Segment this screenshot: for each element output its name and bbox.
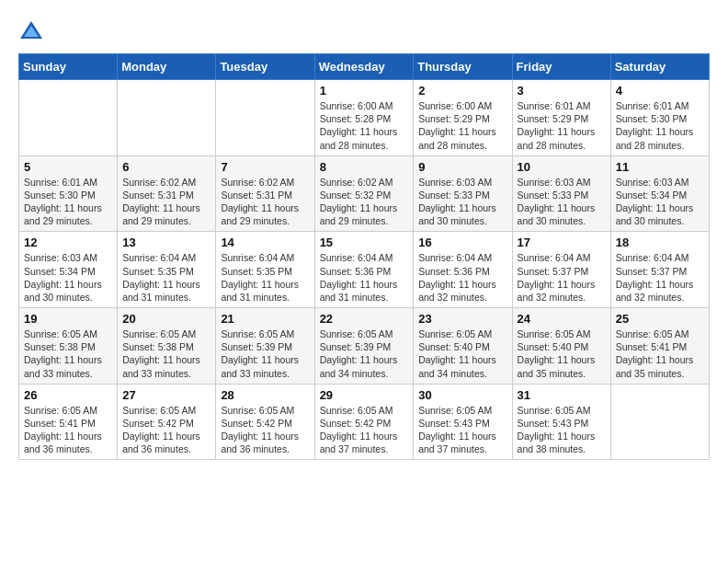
- day-number: 29: [320, 388, 409, 402]
- day-info: Sunrise: 6:05 AM Sunset: 5:41 PM Dayligh…: [24, 404, 112, 456]
- day-info: Sunrise: 6:02 AM Sunset: 5:31 PM Dayligh…: [221, 176, 309, 228]
- calendar-cell: [610, 384, 709, 460]
- calendar-cell: 9Sunrise: 6:03 AM Sunset: 5:33 PM Daylig…: [414, 155, 512, 232]
- week-row-1: 1Sunrise: 6:00 AM Sunset: 5:28 PM Daylig…: [19, 80, 710, 156]
- calendar-cell: 1Sunrise: 6:00 AM Sunset: 5:28 PM Daylig…: [314, 80, 414, 156]
- day-number: 4: [616, 84, 704, 98]
- calendar-cell: [216, 80, 314, 156]
- day-number: 28: [221, 388, 309, 402]
- week-row-5: 26Sunrise: 6:05 AM Sunset: 5:41 PM Dayli…: [19, 384, 710, 460]
- day-info: Sunrise: 6:05 AM Sunset: 5:40 PM Dayligh…: [418, 327, 506, 380]
- weekday-header-sunday: Sunday: [19, 54, 118, 80]
- day-info: Sunrise: 6:00 AM Sunset: 5:28 PM Dayligh…: [320, 99, 409, 152]
- day-info: Sunrise: 6:01 AM Sunset: 5:29 PM Dayligh…: [518, 99, 606, 152]
- day-info: Sunrise: 6:03 AM Sunset: 5:33 PM Dayligh…: [518, 176, 606, 228]
- calendar-cell: 23Sunrise: 6:05 AM Sunset: 5:40 PM Dayli…: [414, 308, 512, 385]
- day-number: 11: [616, 160, 704, 174]
- day-info: Sunrise: 6:05 AM Sunset: 5:40 PM Dayligh…: [518, 327, 606, 380]
- calendar-cell: 2Sunrise: 6:00 AM Sunset: 5:29 PM Daylig…: [414, 80, 512, 156]
- weekday-header-thursday: Thursday: [414, 54, 512, 80]
- day-info: Sunrise: 6:05 AM Sunset: 5:39 PM Dayligh…: [221, 327, 309, 380]
- day-info: Sunrise: 6:03 AM Sunset: 5:34 PM Dayligh…: [24, 251, 112, 304]
- calendar-cell: 4Sunrise: 6:01 AM Sunset: 5:30 PM Daylig…: [610, 80, 709, 156]
- calendar-cell: 15Sunrise: 6:04 AM Sunset: 5:36 PM Dayli…: [314, 232, 414, 308]
- day-info: Sunrise: 6:02 AM Sunset: 5:31 PM Dayligh…: [122, 176, 210, 228]
- day-number: 15: [320, 236, 409, 249]
- day-number: 22: [320, 312, 409, 326]
- weekday-header-tuesday: Tuesday: [216, 54, 314, 80]
- day-number: 26: [24, 388, 112, 402]
- calendar-cell: 13Sunrise: 6:04 AM Sunset: 5:35 PM Dayli…: [118, 232, 216, 308]
- calendar-cell: 6Sunrise: 6:02 AM Sunset: 5:31 PM Daylig…: [118, 155, 216, 232]
- day-number: 16: [418, 236, 506, 249]
- day-number: 18: [616, 236, 704, 249]
- weekday-header-friday: Friday: [512, 54, 610, 80]
- calendar-cell: 18Sunrise: 6:04 AM Sunset: 5:37 PM Dayli…: [610, 232, 709, 308]
- weekday-header-saturday: Saturday: [610, 54, 709, 80]
- calendar-cell: 8Sunrise: 6:02 AM Sunset: 5:32 PM Daylig…: [314, 155, 414, 232]
- calendar-cell: 27Sunrise: 6:05 AM Sunset: 5:42 PM Dayli…: [118, 384, 216, 460]
- day-number: 12: [24, 236, 112, 249]
- calendar-cell: 31Sunrise: 6:05 AM Sunset: 5:43 PM Dayli…: [512, 384, 610, 460]
- day-number: 23: [418, 312, 506, 326]
- day-number: 27: [122, 388, 210, 402]
- day-info: Sunrise: 6:05 AM Sunset: 5:42 PM Dayligh…: [320, 404, 409, 456]
- calendar-cell: 29Sunrise: 6:05 AM Sunset: 5:42 PM Dayli…: [314, 384, 414, 460]
- calendar-cell: 5Sunrise: 6:01 AM Sunset: 5:30 PM Daylig…: [19, 155, 118, 232]
- day-info: Sunrise: 6:05 AM Sunset: 5:43 PM Dayligh…: [518, 404, 606, 456]
- calendar-cell: 24Sunrise: 6:05 AM Sunset: 5:40 PM Dayli…: [512, 308, 610, 385]
- day-number: 9: [418, 160, 506, 174]
- day-info: Sunrise: 6:01 AM Sunset: 5:30 PM Dayligh…: [616, 99, 704, 152]
- calendar-cell: 10Sunrise: 6:03 AM Sunset: 5:33 PM Dayli…: [512, 155, 610, 232]
- day-number: 10: [518, 160, 606, 174]
- week-row-4: 19Sunrise: 6:05 AM Sunset: 5:38 PM Dayli…: [19, 308, 710, 385]
- day-info: Sunrise: 6:05 AM Sunset: 5:42 PM Dayligh…: [122, 404, 210, 456]
- calendar-cell: 14Sunrise: 6:04 AM Sunset: 5:35 PM Dayli…: [216, 232, 314, 308]
- calendar-cell: [118, 80, 216, 156]
- calendar-cell: 22Sunrise: 6:05 AM Sunset: 5:39 PM Dayli…: [314, 308, 414, 385]
- week-row-3: 12Sunrise: 6:03 AM Sunset: 5:34 PM Dayli…: [19, 232, 710, 308]
- day-number: 25: [616, 312, 704, 326]
- header: [18, 18, 710, 44]
- day-number: 31: [518, 388, 606, 402]
- day-info: Sunrise: 6:01 AM Sunset: 5:30 PM Dayligh…: [24, 176, 112, 228]
- day-number: 1: [320, 84, 409, 98]
- calendar-cell: [19, 80, 118, 156]
- weekday-header-monday: Monday: [118, 54, 216, 80]
- week-row-2: 5Sunrise: 6:01 AM Sunset: 5:30 PM Daylig…: [19, 155, 710, 232]
- calendar-cell: 28Sunrise: 6:05 AM Sunset: 5:42 PM Dayli…: [216, 384, 314, 460]
- day-number: 19: [24, 312, 112, 326]
- day-info: Sunrise: 6:04 AM Sunset: 5:37 PM Dayligh…: [616, 251, 704, 304]
- calendar-cell: 20Sunrise: 6:05 AM Sunset: 5:38 PM Dayli…: [118, 308, 216, 385]
- day-info: Sunrise: 6:05 AM Sunset: 5:43 PM Dayligh…: [418, 404, 506, 456]
- day-info: Sunrise: 6:05 AM Sunset: 5:41 PM Dayligh…: [616, 327, 704, 380]
- day-info: Sunrise: 6:00 AM Sunset: 5:29 PM Dayligh…: [418, 99, 506, 152]
- day-number: 21: [221, 312, 309, 326]
- calendar-table: SundayMondayTuesdayWednesdayThursdayFrid…: [18, 53, 710, 460]
- day-number: 17: [518, 236, 606, 249]
- day-number: 2: [418, 84, 506, 98]
- day-number: 20: [122, 312, 210, 326]
- calendar-cell: 3Sunrise: 6:01 AM Sunset: 5:29 PM Daylig…: [512, 80, 610, 156]
- calendar-cell: 12Sunrise: 6:03 AM Sunset: 5:34 PM Dayli…: [19, 232, 118, 308]
- day-info: Sunrise: 6:03 AM Sunset: 5:33 PM Dayligh…: [418, 176, 506, 228]
- day-number: 24: [518, 312, 606, 326]
- day-info: Sunrise: 6:05 AM Sunset: 5:38 PM Dayligh…: [24, 327, 112, 380]
- day-info: Sunrise: 6:04 AM Sunset: 5:36 PM Dayligh…: [320, 251, 409, 304]
- day-number: 7: [221, 160, 309, 174]
- day-number: 3: [518, 84, 606, 98]
- calendar-cell: 26Sunrise: 6:05 AM Sunset: 5:41 PM Dayli…: [19, 384, 118, 460]
- logo: [18, 18, 48, 44]
- day-number: 6: [122, 160, 210, 174]
- day-number: 13: [122, 236, 210, 249]
- weekday-header-wednesday: Wednesday: [314, 54, 414, 80]
- logo-icon: [18, 18, 44, 44]
- calendar-cell: 11Sunrise: 6:03 AM Sunset: 5:34 PM Dayli…: [610, 155, 709, 232]
- day-info: Sunrise: 6:05 AM Sunset: 5:39 PM Dayligh…: [320, 327, 409, 380]
- day-info: Sunrise: 6:04 AM Sunset: 5:37 PM Dayligh…: [518, 251, 606, 304]
- calendar-cell: 30Sunrise: 6:05 AM Sunset: 5:43 PM Dayli…: [414, 384, 512, 460]
- day-info: Sunrise: 6:05 AM Sunset: 5:42 PM Dayligh…: [221, 404, 309, 456]
- day-number: 5: [24, 160, 112, 174]
- day-number: 14: [221, 236, 309, 249]
- calendar-cell: 7Sunrise: 6:02 AM Sunset: 5:31 PM Daylig…: [216, 155, 314, 232]
